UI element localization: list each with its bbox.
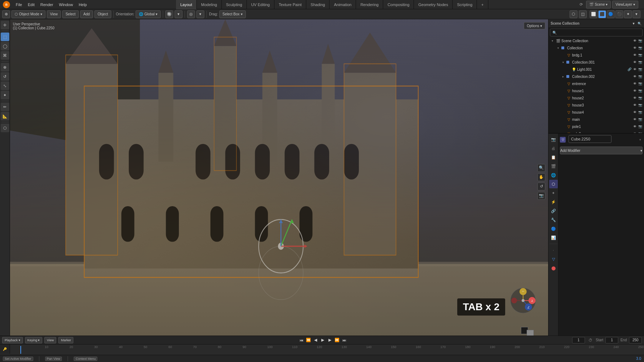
options-button[interactable]: Options ▾ xyxy=(524,22,545,29)
next-keyframe-btn[interactable]: ⏩ xyxy=(334,337,340,343)
props-object-data-icon[interactable]: ▽ xyxy=(549,255,558,263)
menu-window[interactable]: Window xyxy=(56,0,76,9)
col001-render[interactable]: 📷 xyxy=(638,60,643,65)
options-dropdown-btn[interactable]: ▾ xyxy=(633,10,640,18)
move-tool[interactable]: ⊕ xyxy=(1,63,9,71)
house2-render[interactable]: 📷 xyxy=(638,95,643,100)
drag-selector[interactable]: Select Box ▾ xyxy=(219,10,246,18)
eevee-btn[interactable]: ✦ xyxy=(624,10,632,18)
entrence-eye[interactable]: 👁 xyxy=(632,81,637,86)
tl-view-btn[interactable]: View xyxy=(44,337,56,343)
select-circle-tool[interactable]: ◯ xyxy=(1,42,9,50)
props-output-icon[interactable]: 🖨 xyxy=(549,144,558,153)
outliner-item-pole2[interactable]: ▸ ▽ pole2 👁 📷 xyxy=(548,130,644,133)
house4-eye[interactable]: 👁 xyxy=(632,110,637,115)
outliner-item-house3[interactable]: ▸ ▽ house3 👁 📷 xyxy=(548,101,644,109)
tab-uv-editing[interactable]: UV Editing xyxy=(247,0,274,9)
keying-btn[interactable]: Keying ▾ xyxy=(25,337,43,343)
object-btn[interactable]: Object xyxy=(94,10,111,18)
tab-modeling[interactable]: Modeling xyxy=(197,0,222,9)
vis-eye-icon[interactable]: 👁 xyxy=(632,38,637,43)
brdg1-render[interactable]: 📷 xyxy=(638,53,643,58)
annotate-tool[interactable]: ✏ xyxy=(1,103,9,111)
col-eye[interactable]: 👁 xyxy=(632,45,637,50)
proportional-edit-btn[interactable]: ◎ xyxy=(187,10,195,18)
material-btn[interactable]: 🔵 xyxy=(607,10,615,18)
house4-render[interactable]: 📷 xyxy=(638,110,643,115)
snap-options-btn[interactable]: ▾ xyxy=(175,10,182,18)
zoom-tool[interactable]: 🔍 xyxy=(537,164,545,172)
prev-keyframe-btn[interactable]: ⏪ xyxy=(305,337,312,343)
house1-render[interactable]: 📷 xyxy=(638,88,643,93)
playback-btn[interactable]: Playback ▾ xyxy=(2,337,23,343)
props-modifier-icon[interactable]: 🔧 xyxy=(549,215,558,224)
marker-btn[interactable]: Marker xyxy=(58,337,73,343)
main-render[interactable]: 📷 xyxy=(638,117,643,122)
select-box-tool[interactable]: ⬚ xyxy=(1,33,9,41)
tab-shading[interactable]: Shading xyxy=(306,0,330,9)
tab-texture-paint[interactable]: Texture Paint xyxy=(274,0,306,9)
step-fwd-btn[interactable]: ▶ xyxy=(327,337,333,343)
select-btn[interactable]: Select xyxy=(62,10,79,18)
orientation-selector[interactable]: 🌐 Global ▾ xyxy=(136,10,161,18)
outliner-item-pole1[interactable]: ▸ ▽ pole1 👁 📷 xyxy=(548,123,644,130)
tab-layout[interactable]: Layout xyxy=(176,0,197,9)
select-lasso-tool[interactable]: ⌘ xyxy=(1,51,9,60)
rotate-tool[interactable]: ↺ xyxy=(1,72,9,81)
props-expand-icon[interactable]: ▾ xyxy=(638,137,643,142)
props-physics-icon[interactable]: ⚡ xyxy=(549,198,558,206)
measure-tool[interactable]: 📐 xyxy=(1,112,9,120)
cursor-tool[interactable]: ✛ xyxy=(1,21,9,29)
outliner-item-brdg1[interactable]: ▸ ▽ brdg.1 👁 📷 xyxy=(548,51,644,59)
col002-render[interactable]: 📷 xyxy=(638,74,643,79)
add-btn[interactable]: Add xyxy=(80,10,93,18)
pole1-render[interactable]: 📷 xyxy=(638,124,643,129)
menu-render[interactable]: Render xyxy=(38,0,56,9)
snap-magnet-btn[interactable]: 🔘 xyxy=(165,10,173,18)
wireframe-btn[interactable]: ⬜ xyxy=(590,10,597,18)
filter-icon[interactable]: ▼ xyxy=(631,21,636,26)
current-frame-input[interactable]: 1 xyxy=(572,337,585,343)
house3-eye[interactable]: 👁 xyxy=(632,103,637,108)
outliner-search-input[interactable] xyxy=(558,31,640,35)
props-view-layer-icon[interactable]: 📋 xyxy=(549,153,558,162)
tab-geometry-nodes[interactable]: Geometry Nodes xyxy=(414,0,453,9)
orbit-tool[interactable]: ↺ xyxy=(537,183,545,190)
col001-eye[interactable]: 👁 xyxy=(632,60,637,65)
object-name-field[interactable]: Cube.2250 xyxy=(569,135,611,143)
search-icon-outliner[interactable]: 🔍 xyxy=(637,21,642,26)
tab-compositing[interactable]: Compositing xyxy=(383,0,414,9)
props-constraint-icon[interactable]: 🔗 xyxy=(549,207,558,215)
jump-start-btn[interactable]: ⏮ xyxy=(298,337,304,343)
transform-pivot-btn[interactable]: ⊕ xyxy=(2,10,10,18)
vis-render-icon[interactable]: 📷 xyxy=(638,38,643,43)
outliner-item-house1[interactable]: ▸ ▽ house1 👁 📷 xyxy=(548,87,644,94)
menu-help[interactable]: Help xyxy=(76,0,90,9)
viewlayer-selector[interactable]: ViewLayer ▾ xyxy=(612,1,638,9)
outliner-item-col002[interactable]: ▸ Collection.002 👁 📷 xyxy=(548,73,644,80)
scale-tool[interactable]: ⤡ xyxy=(1,81,9,90)
pole1-eye[interactable]: 👁 xyxy=(632,124,637,129)
solid-btn[interactable]: ⬛ xyxy=(598,10,606,18)
outliner-search-bar[interactable]: 🔍 xyxy=(550,29,643,36)
props-object-icon[interactable]: ⬡ xyxy=(549,180,558,188)
pole2-render[interactable]: 📷 xyxy=(638,131,643,133)
scene-selector[interactable]: 🎬 Scene ▾ xyxy=(586,1,611,9)
add-cube-tool[interactable]: ⬡ xyxy=(1,124,9,132)
blender-logo[interactable]: B xyxy=(3,1,10,8)
outliner-item-house2[interactable]: ▸ ▽ house2 👁 📷 xyxy=(548,94,644,101)
brdg1-eye[interactable]: 👁 xyxy=(632,53,637,58)
tab-sculpting[interactable]: Sculpting xyxy=(222,0,247,9)
light001-render[interactable]: 📷 xyxy=(638,67,643,72)
house3-render[interactable]: 📷 xyxy=(638,103,643,108)
outliner-item-house4[interactable]: ▸ ▽ house4 👁 📷 xyxy=(548,109,644,116)
outliner-item-entrence[interactable]: ▸ ▽ entrence 👁 📷 xyxy=(548,80,644,87)
tab-animation[interactable]: Animation xyxy=(330,0,356,9)
props-world-icon[interactable]: 🌐 xyxy=(549,171,558,179)
outliner-item-scene-collection[interactable]: ▾ 🎬 Scene Collection 👁 📷 xyxy=(548,37,644,44)
main-eye[interactable]: 👁 xyxy=(632,117,637,122)
outliner-item-collection[interactable]: ▾ Collection 👁 📷 xyxy=(548,44,644,51)
props-material-icon[interactable]: ⬤ xyxy=(549,264,558,272)
props-render-icon[interactable]: 📷 xyxy=(549,135,558,144)
props-particles2-icon[interactable]: · xyxy=(549,246,558,254)
